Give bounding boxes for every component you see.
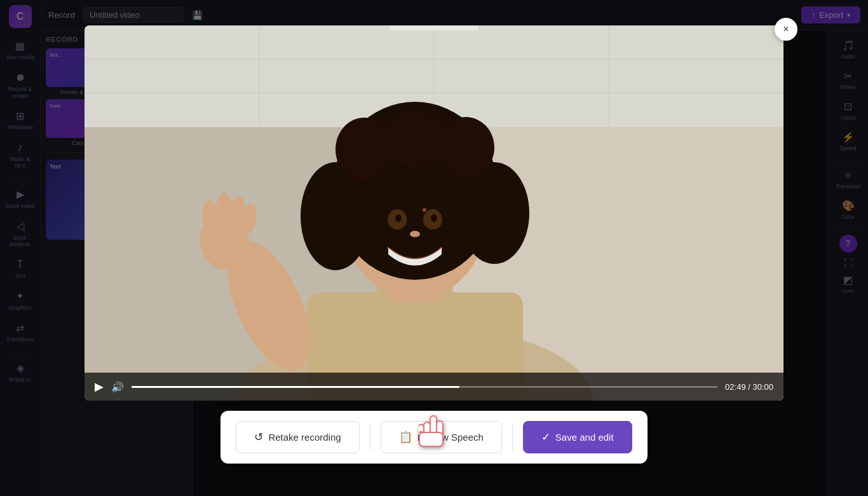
modal-video-frame bbox=[85, 25, 783, 401]
svg-point-37 bbox=[437, 117, 494, 178]
svg-rect-26 bbox=[390, 25, 478, 31]
review-speech-icon: 📋 bbox=[399, 431, 412, 444]
review-speech-button[interactable]: 📋 Review Speech bbox=[381, 421, 502, 453]
svg-point-41 bbox=[431, 214, 437, 222]
retake-label: Retake recording bbox=[268, 432, 341, 443]
modal-controls: ▶ 🔊 02:49 / 30:00 bbox=[85, 373, 783, 401]
svg-point-35 bbox=[336, 118, 393, 181]
modal-container: × bbox=[78, 25, 790, 464]
svg-point-43 bbox=[423, 208, 426, 212]
modal-overlay: × bbox=[0, 0, 868, 496]
actions-divider-2 bbox=[512, 425, 513, 450]
modal-progress-bar[interactable] bbox=[132, 386, 717, 388]
save-edit-label: Save and edit bbox=[555, 432, 614, 443]
modal-video: ▶ 🔊 02:49 / 30:00 bbox=[85, 25, 783, 401]
modal-actions: ↺ Retake recording 📋 Review Speech ✓ Sav… bbox=[220, 411, 647, 464]
svg-point-40 bbox=[395, 214, 402, 222]
svg-point-36 bbox=[383, 110, 447, 167]
modal-time-display: 02:49 / 30:00 bbox=[725, 382, 773, 392]
close-icon: × bbox=[783, 24, 789, 35]
retake-icon: ↺ bbox=[254, 431, 263, 444]
svg-point-42 bbox=[410, 231, 420, 237]
modal-video-content bbox=[85, 25, 783, 401]
modal-progress-fill bbox=[132, 386, 459, 388]
save-edit-icon: ✓ bbox=[541, 431, 550, 444]
modal-volume-button[interactable]: 🔊 bbox=[111, 381, 124, 393]
review-speech-label: Review Speech bbox=[417, 432, 484, 443]
retake-recording-button[interactable]: ↺ Retake recording bbox=[236, 421, 359, 453]
save-and-edit-button[interactable]: ✓ Save and edit bbox=[523, 421, 632, 453]
modal-close-button[interactable]: × bbox=[775, 18, 797, 41]
modal-play-button[interactable]: ▶ bbox=[95, 380, 104, 394]
actions-divider bbox=[370, 425, 370, 450]
